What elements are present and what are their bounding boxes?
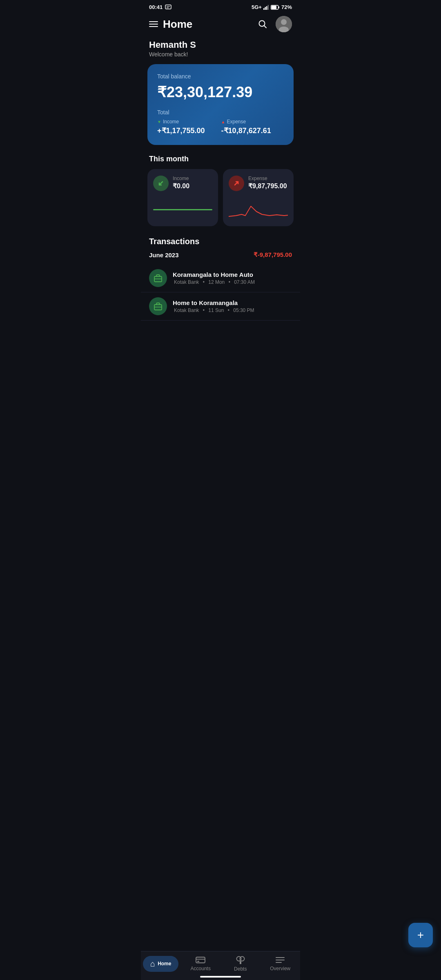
balance-amount: ₹23,30,127.39 xyxy=(157,84,284,101)
welcome-text: Welcome back! xyxy=(149,51,292,58)
income-value: +₹1,17,755.00 xyxy=(157,126,205,135)
expense-label: Expense xyxy=(227,119,246,125)
svg-rect-5 xyxy=(266,6,267,10)
status-time: 00:41 xyxy=(149,4,163,10)
month-cards: Income ₹0.00 Expense ₹9,87,795.00 xyxy=(141,169,300,234)
svg-rect-8 xyxy=(278,6,279,8)
status-left: 00:41 xyxy=(149,4,172,10)
total-label: Total xyxy=(157,109,284,116)
expense-value: -₹10,87,627.61 xyxy=(221,126,271,135)
transaction-icon-2 xyxy=(149,297,167,315)
expense-arrow-icon: ▲ xyxy=(221,120,225,124)
svg-rect-9 xyxy=(271,6,276,9)
income-stat: ▼ Income +₹1,17,755.00 xyxy=(157,119,205,135)
transaction-name-2: Home to Koramangala xyxy=(173,299,292,306)
user-name: Hemanth S xyxy=(149,40,292,50)
signal-icon xyxy=(263,5,269,10)
income-arrow-icon: ▼ xyxy=(157,120,161,124)
svg-rect-0 xyxy=(165,5,171,9)
menu-button[interactable] xyxy=(149,21,158,27)
transaction-info-2: Home to Koramangala Kotak Bank • 11 Sun … xyxy=(173,299,292,313)
arrow-down-left-icon xyxy=(157,179,165,187)
search-icon xyxy=(258,20,267,29)
month-label: June 2023 xyxy=(149,252,179,258)
income-chart xyxy=(153,194,212,220)
page-title: Home xyxy=(163,18,250,31)
transaction-time-2: 05:30 PM xyxy=(233,307,254,313)
transaction-bank-1: Kotak Bank xyxy=(174,279,199,285)
network-indicator: 5G+ xyxy=(252,4,262,10)
briefcase-icon xyxy=(154,274,163,283)
svg-point-13 xyxy=(281,19,287,25)
expense-card-label: Expense xyxy=(248,176,287,181)
this-month-title: This month xyxy=(141,153,300,169)
svg-rect-6 xyxy=(267,5,269,10)
svg-line-11 xyxy=(264,26,267,28)
expense-stat: ▲ Expense -₹10,87,627.61 xyxy=(221,119,271,135)
app-header: Home xyxy=(141,13,300,37)
expense-chart xyxy=(229,194,288,220)
balance-label: Total balance xyxy=(157,73,284,80)
month-total: ₹-9,87,795.00 xyxy=(254,251,292,258)
briefcase-icon-2 xyxy=(154,302,163,311)
transaction-day-1: 12 Mon xyxy=(208,279,225,285)
income-card-label: Income xyxy=(173,176,189,181)
transaction-item[interactable]: Koramangala to Home Auto Kotak Bank • 12… xyxy=(141,264,300,292)
transaction-item[interactable]: Home to Koramangala Kotak Bank • 11 Sun … xyxy=(141,292,300,321)
transaction-info-1: Koramangala to Home Auto Kotak Bank • 12… xyxy=(173,271,292,285)
expense-card-icon xyxy=(229,176,244,191)
transaction-meta-2: Kotak Bank • 11 Sun • 05:30 PM xyxy=(173,307,292,313)
battery-icon xyxy=(271,5,280,10)
expense-card: Expense ₹9,87,795.00 xyxy=(223,169,294,226)
avatar[interactable] xyxy=(276,16,292,32)
income-flat-line xyxy=(153,209,212,210)
expense-sparkline-svg xyxy=(229,200,288,220)
expense-card-value: ₹9,87,795.00 xyxy=(248,182,287,190)
transaction-day-2: 11 Sun xyxy=(208,307,224,313)
balance-stats: ▼ Income +₹1,17,755.00 ▲ Expense -₹10,87… xyxy=(157,119,284,135)
greeting-section: Hemanth S Welcome back! xyxy=(141,37,300,64)
status-bar: 00:41 5G+ 72% xyxy=(141,0,300,13)
transaction-icon-1 xyxy=(149,269,167,287)
income-card-value: ₹0.00 xyxy=(173,182,189,190)
transaction-meta-1: Kotak Bank • 12 Mon • 07:30 AM xyxy=(173,279,292,285)
svg-rect-4 xyxy=(265,7,266,10)
income-card-icon xyxy=(153,176,169,191)
message-icon xyxy=(165,4,172,10)
transaction-name-1: Koramangala to Home Auto xyxy=(173,271,292,278)
search-button[interactable] xyxy=(255,17,270,31)
income-label: Income xyxy=(163,119,179,125)
svg-rect-3 xyxy=(263,8,265,10)
status-right: 5G+ 72% xyxy=(252,4,292,10)
transactions-month-header: June 2023 ₹-9,87,795.00 xyxy=(141,251,300,264)
income-card: Income ₹0.00 xyxy=(147,169,218,226)
arrow-up-right-icon xyxy=(232,179,241,187)
transactions-title: Transactions xyxy=(141,234,300,251)
header-icons xyxy=(255,16,292,32)
battery-pct: 72% xyxy=(281,4,292,10)
transaction-time-1: 07:30 AM xyxy=(234,279,255,285)
balance-card: Total balance ₹23,30,127.39 Total ▼ Inco… xyxy=(147,64,294,145)
transaction-bank-2: Kotak Bank xyxy=(174,307,199,313)
